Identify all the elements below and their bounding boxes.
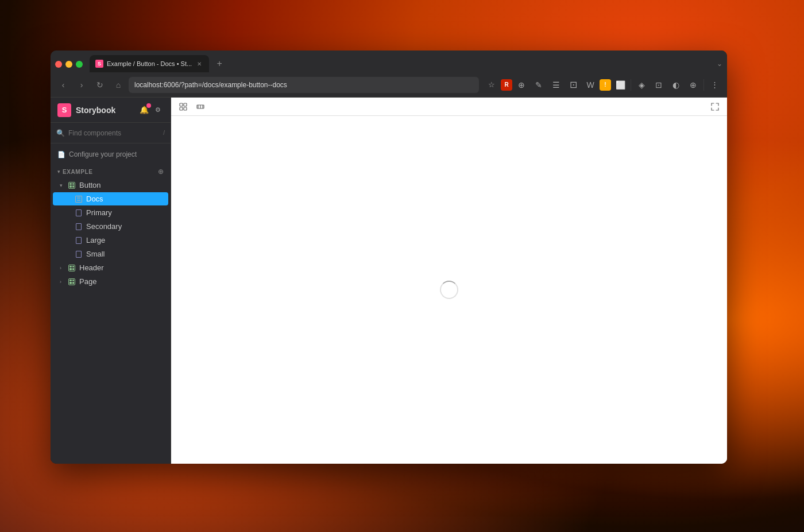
example-section-header[interactable]: ▾ EXAMPLE ⊕: [51, 165, 171, 178]
menu-button[interactable]: ⋮: [706, 77, 722, 93]
ext-icon-11[interactable]: ◐: [668, 77, 684, 93]
configure-text: Configure your project: [69, 150, 137, 158]
grid-toggle-button[interactable]: [176, 99, 191, 114]
storybook-logo: S: [57, 103, 71, 117]
storybook-header-icons: 🔔 ⚙: [138, 104, 164, 116]
ext-icon-2[interactable]: ⊕: [513, 77, 529, 93]
toolbar-separator-2: [704, 79, 704, 91]
configure-project-link[interactable]: 📄 Configure your project: [51, 147, 171, 162]
storybook-header: S Storybook 🔔 ⚙: [51, 98, 171, 123]
address-text: localhost:6006/?path=/docs/example-butto…: [134, 81, 473, 89]
home-button[interactable]: ⌂: [110, 77, 126, 93]
sidebar-item-label-docs: Docs: [86, 195, 103, 203]
section-chevron-icon: ▾: [57, 169, 60, 174]
measure-toggle-button[interactable]: [193, 99, 208, 114]
fullscreen-button[interactable]: [708, 99, 722, 114]
ext-icon-12[interactable]: ⊕: [685, 77, 701, 93]
component-icon-header: [68, 264, 76, 272]
ext-icon-5[interactable]: ⊡: [565, 77, 581, 93]
sidebar-item-label-secondary: Secondary: [86, 222, 122, 231]
window-controls: [55, 61, 83, 72]
sidebar-item-label-header: Header: [79, 263, 104, 272]
ext-icon-3[interactable]: ✎: [531, 77, 547, 93]
sidebar-item-label-page: Page: [79, 277, 96, 286]
storybook-title: Storybook: [76, 106, 134, 115]
active-tab[interactable]: S Example / Button - Docs • St... ✕: [90, 55, 209, 72]
bookmark-icon[interactable]: ☆: [484, 77, 500, 93]
story-icon-primary: [75, 209, 83, 217]
storybook-nav: 📄 Configure your project ▾ EXAMPLE ⊕ ▾: [51, 143, 171, 464]
example-section: ▾ EXAMPLE ⊕ ▾: [51, 165, 171, 288]
storybook-main: [171, 98, 727, 464]
notification-icon[interactable]: 🔔: [138, 104, 150, 116]
sidebar-item-primary[interactable]: Primary: [53, 206, 168, 219]
button-chevron-icon: ▾: [60, 182, 65, 188]
forward-button[interactable]: ›: [74, 77, 90, 93]
sidebar-item-secondary[interactable]: Secondary: [53, 220, 168, 233]
sidebar-item-label-primary: Primary: [86, 208, 112, 217]
story-icon-small: [75, 250, 83, 258]
configure-icon: 📄: [57, 151, 65, 158]
storybook-toolbar: [171, 98, 727, 116]
loading-spinner: [440, 281, 458, 299]
search-bar: 🔍 /: [51, 123, 171, 143]
sidebar-item-large[interactable]: Large: [53, 234, 168, 247]
svg-rect-0: [180, 103, 183, 106]
header-chevron-icon: ›: [60, 265, 65, 271]
component-icon-page: [68, 278, 76, 286]
sidebar-item-docs[interactable]: Docs: [53, 192, 168, 205]
sidebar-item-header[interactable]: › Header: [53, 261, 168, 274]
ext-icon-4[interactable]: ☰: [548, 77, 564, 93]
search-icon: 🔍: [56, 129, 65, 137]
sidebar-item-button[interactable]: ▾ Button: [53, 178, 168, 192]
new-tab-button[interactable]: +: [211, 56, 227, 72]
address-bar: ‹ › ↻ ⌂ localhost:6006/?path=/docs/examp…: [51, 72, 727, 98]
ext-icon-1[interactable]: R: [501, 79, 512, 91]
ext-icon-8[interactable]: ⬜: [612, 77, 628, 93]
sidebar-item-label-button: Button: [79, 181, 101, 189]
tab-title: Example / Button - Docs • St...: [107, 60, 192, 67]
svg-rect-2: [180, 107, 183, 110]
section-label: EXAMPLE: [63, 169, 158, 175]
storybook-sidebar: S Storybook 🔔 ⚙ 🔍 /: [51, 98, 171, 464]
address-input[interactable]: localhost:6006/?path=/docs/example-butto…: [129, 77, 479, 93]
maximize-button[interactable]: [76, 61, 83, 68]
story-icon-large: [75, 236, 83, 244]
section-expand-icon[interactable]: ⊕: [158, 168, 164, 176]
sidebar-item-label-large: Large: [86, 236, 105, 244]
toolbar-separator: [631, 79, 631, 91]
sidebar-item-page[interactable]: › Page: [53, 275, 168, 288]
browser-window: S Example / Button - Docs • St... ✕ + ⌄ …: [51, 51, 727, 464]
close-button[interactable]: [55, 61, 62, 68]
browser-content: S Storybook 🔔 ⚙ 🔍 /: [51, 98, 727, 464]
search-shortcut: /: [163, 130, 165, 136]
ext-icon-7[interactable]: !: [600, 79, 611, 91]
ext-icon-9[interactable]: ◈: [633, 77, 650, 93]
browser-toolbar-icons: ☆ R ⊕ ✎ ☰ ⊡ W ! ⬜ ◈ ⊡ ◐ ⊕ ⋮: [484, 77, 722, 93]
ext-icon-10[interactable]: ⊡: [651, 77, 667, 93]
story-icon-secondary: [75, 223, 83, 231]
component-icon: [68, 181, 76, 189]
settings-icon[interactable]: ⚙: [152, 104, 164, 116]
minimize-button[interactable]: [65, 61, 72, 68]
tab-bar: S Example / Button - Docs • St... ✕ + ⌄: [51, 51, 727, 72]
back-button[interactable]: ‹: [55, 77, 71, 93]
svg-rect-1: [184, 103, 187, 106]
tab-close-button[interactable]: ✕: [195, 60, 203, 68]
storybook-content-area: [171, 116, 727, 464]
ext-icon-6[interactable]: W: [582, 77, 598, 93]
reload-button[interactable]: ↻: [92, 77, 108, 93]
page-chevron-icon: ›: [60, 279, 65, 285]
sidebar-item-small[interactable]: Small: [53, 247, 168, 261]
sidebar-item-label-small: Small: [86, 250, 105, 258]
tab-favicon: S: [95, 60, 103, 68]
search-input[interactable]: [68, 129, 160, 137]
docs-icon: [75, 195, 83, 203]
svg-rect-3: [184, 107, 187, 110]
tab-list-chevron[interactable]: ⌄: [717, 60, 722, 72]
